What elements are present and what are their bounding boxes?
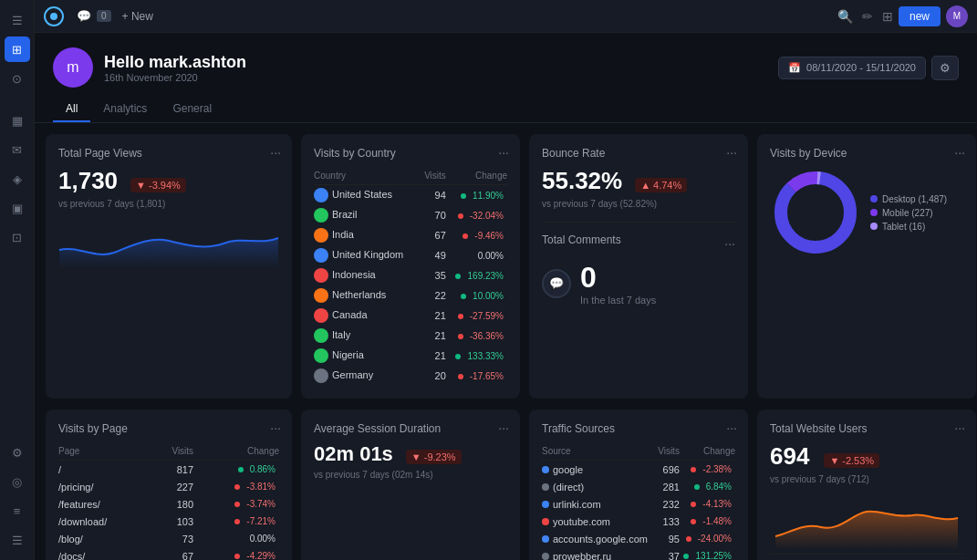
visits-by-page-more[interactable]: ··· — [270, 420, 281, 435]
total-page-views-title: Total Page Views — [58, 147, 279, 160]
topnav-new-item[interactable]: + New — [122, 10, 153, 23]
total-website-users-subtitle: vs previous 7 days (712) — [770, 474, 963, 484]
topnav: 💬 0 + New 🔍 ✏ ⊞ new M — [35, 0, 977, 33]
table-row: youtube.com 133 -1.48% — [542, 513, 735, 530]
avg-session-title: Average Session Duration — [314, 422, 507, 435]
source-name: google — [542, 461, 656, 479]
total-page-views-more[interactable]: ··· — [270, 145, 281, 160]
card-visits-by-device: Visits by Device ··· Desktop (1,487) — [757, 134, 976, 399]
total-website-users-metric: 694 — [770, 442, 809, 471]
arrow-up-icon: ▲ — [640, 180, 650, 191]
header-date: 16th November 2020 — [104, 72, 246, 83]
page-name: /docs/ — [58, 547, 151, 560]
table-row: United Kingdom 49 0.00% — [314, 245, 507, 265]
change-indicator — [686, 536, 691, 542]
visits-by-device-title: Visits by Device — [770, 147, 963, 160]
country-change: -32.04% — [446, 205, 507, 225]
tab-all[interactable]: All — [53, 97, 90, 122]
change-indicator — [238, 467, 244, 472]
sidebar-icon-person[interactable]: ◎ — [5, 469, 30, 494]
page-change: -3.74% — [193, 495, 279, 513]
page-name: /features/ — [58, 495, 151, 513]
sidebar-icon-list[interactable]: ☰ — [5, 527, 30, 553]
source-change: 131.25% — [680, 547, 735, 560]
sidebar-icon-search[interactable]: ⊙ — [5, 66, 30, 91]
flag-icon — [314, 268, 328, 283]
avg-session-more[interactable]: ··· — [498, 420, 509, 435]
sidebar-icon-settings[interactable]: ⚙ — [5, 440, 30, 465]
total-comments-title: Total Comments — [542, 233, 621, 246]
sidebar-icon-menu[interactable]: ☰ — [5, 7, 30, 33]
change-indicator — [458, 213, 463, 219]
page-change: -4.29% — [193, 547, 279, 560]
visits-by-country-more[interactable]: ··· — [498, 145, 509, 160]
topnav-actions: 🔍 ✏ ⊞ — [837, 9, 893, 24]
arrow-down-icon3: ▼ — [829, 455, 839, 466]
country-name: Canada — [314, 306, 421, 326]
tab-analytics[interactable]: Analytics — [90, 97, 160, 122]
change-indicator — [463, 233, 468, 239]
country-visits: 21 — [421, 326, 446, 346]
logo — [44, 6, 64, 26]
apps-icon[interactable]: ⊞ — [882, 9, 893, 24]
country-change: -9.46% — [446, 225, 507, 245]
topnav-comment-badge: 0 — [97, 10, 111, 22]
user-avatar[interactable]: M — [946, 5, 968, 27]
mobile-dot — [870, 209, 878, 216]
page-change: -7.21% — [193, 513, 279, 530]
country-change: -17.65% — [446, 366, 507, 386]
date-picker[interactable]: 📅 08/11/2020 - 15/11/2020 — [778, 57, 926, 79]
tab-general[interactable]: General — [160, 97, 224, 122]
sidebar-icon-sliders[interactable]: ≡ — [5, 498, 30, 524]
change-indicator — [458, 334, 463, 339]
bounce-rate-more[interactable]: ··· — [726, 145, 737, 160]
country-visits: 22 — [421, 285, 446, 306]
table-row: /download/ 103 -7.21% — [58, 513, 279, 530]
source-name: accounts.google.com — [542, 530, 656, 547]
new-button[interactable]: new — [899, 6, 941, 26]
visits-by-device-more[interactable]: ··· — [954, 145, 965, 160]
country-name: Brazil — [314, 205, 421, 225]
sidebar-icon-mail[interactable]: ✉ — [5, 137, 30, 162]
sidebar-icon-user[interactable]: ⊡ — [5, 224, 30, 250]
source-dot-icon — [542, 466, 549, 473]
traffic-sources-more[interactable]: ··· — [726, 420, 737, 435]
legend-tablet: Tablet (16) — [870, 222, 947, 232]
table-row: /features/ 180 -3.74% — [58, 495, 279, 513]
country-name: Italy — [314, 326, 421, 346]
total-comments-more[interactable]: ··· — [724, 236, 735, 251]
edit-icon[interactable]: ✏ — [862, 9, 873, 24]
country-name: Nigeria — [314, 346, 421, 366]
traffic-sources-table: Source Visits Change google 696 -2.38% (… — [542, 442, 735, 560]
country-visits: 21 — [421, 306, 446, 326]
avg-session-metric: 02m 01s — [314, 442, 393, 466]
total-website-users-more[interactable]: ··· — [954, 420, 965, 435]
top-row-cards: Total Page Views ··· 1,730 ▼ -3.94% vs p… — [35, 134, 977, 410]
flag-icon — [314, 208, 328, 223]
calendar-icon: 📅 — [788, 62, 801, 74]
sidebar-icon-bell[interactable]: ◈ — [5, 166, 30, 192]
total-website-users-change: ▼ -2.53% — [824, 453, 879, 468]
country-visits: 67 — [421, 225, 446, 245]
table-row: /docs/ 67 -4.29% — [58, 547, 279, 560]
sidebar-icon-dashboard[interactable]: ⊞ — [5, 36, 30, 62]
source-name: urlinki.com — [542, 495, 656, 513]
table-row: / 817 0.86% — [58, 461, 279, 479]
card-total-website-users: Total Website Users ··· 694 ▼ -2.53% vs … — [757, 410, 976, 560]
source-dot-icon — [542, 518, 549, 525]
source-dot-icon — [542, 553, 549, 560]
comment-count-value: 0 — [580, 261, 656, 295]
flag-icon — [314, 248, 328, 263]
sidebar-icon-grid[interactable]: ▦ — [5, 108, 30, 133]
filter-button[interactable]: ⚙ — [931, 56, 959, 80]
change-indicator — [234, 519, 240, 524]
page-change: 0.86% — [193, 461, 279, 479]
comment-count-label: In the last 7 days — [580, 295, 656, 306]
visits-by-page-table: Page Visits Change / 817 0.86% /pricing/… — [58, 442, 279, 560]
sidebar-icon-image[interactable]: ▣ — [5, 195, 30, 221]
table-row: India 67 -9.46% — [314, 225, 507, 245]
legend-mobile: Mobile (227) — [870, 208, 947, 218]
search-icon[interactable]: 🔍 — [837, 9, 853, 24]
page-visits: 227 — [151, 478, 193, 495]
card-average-session: Average Session Duration ··· 02m 01s ▼ -… — [301, 410, 520, 560]
